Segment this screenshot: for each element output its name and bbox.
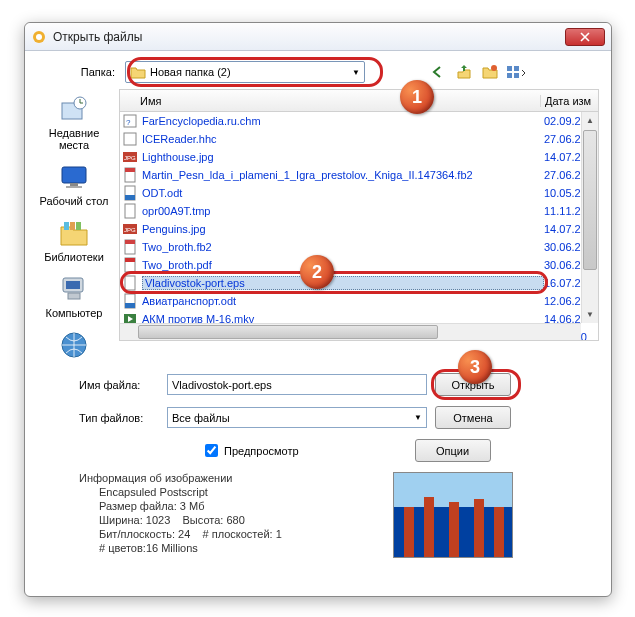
svg-rect-11 xyxy=(66,186,82,188)
file-name: Авиатранспорт.odt xyxy=(142,295,544,307)
file-list[interactable]: ?FarEncyclopedia.ru.chm02.09.20ICEReader… xyxy=(119,111,599,341)
svg-point-1 xyxy=(36,34,42,40)
filename-input[interactable] xyxy=(167,374,427,395)
computer-icon xyxy=(58,273,90,305)
info-format: Encapsuled Postscript xyxy=(79,486,379,498)
column-date[interactable]: Дата изм xyxy=(540,95,598,107)
svg-rect-13 xyxy=(70,222,75,230)
file-name: Penguins.jpg xyxy=(142,223,544,235)
table-row[interactable]: ?FarEncyclopedia.ru.chm02.09.20 xyxy=(120,112,598,130)
svg-rect-25 xyxy=(125,168,135,172)
sidebar-item-label: Недавние места xyxy=(37,127,111,151)
up-icon[interactable] xyxy=(453,61,475,83)
file-icon: ? xyxy=(122,113,138,129)
table-row[interactable]: JPGLighthouse.jpg14.07.20 xyxy=(120,148,598,166)
svg-rect-27 xyxy=(125,195,135,200)
filetype-dropdown[interactable]: Все файлы ▼ xyxy=(167,407,427,428)
sidebar-network[interactable] xyxy=(58,329,90,363)
desktop-icon xyxy=(58,161,90,193)
svg-text:JPG: JPG xyxy=(124,227,136,233)
folder-name: Новая папка (2) xyxy=(150,66,231,78)
file-icon xyxy=(122,239,138,255)
hscrollbar-thumb[interactable] xyxy=(138,325,438,339)
file-icon: JPG xyxy=(122,221,138,237)
sidebar-item-label: Компьютер xyxy=(46,307,103,319)
column-name[interactable]: Имя xyxy=(136,95,540,107)
table-row[interactable]: Авиатранспорт.odt12.06.20 xyxy=(120,292,598,310)
table-row[interactable]: Two_broth.fb230.06.20 xyxy=(120,238,598,256)
svg-rect-28 xyxy=(125,204,135,218)
file-icon xyxy=(122,257,138,273)
window-title: Открыть файлы xyxy=(53,30,565,44)
chevron-down-icon: ▼ xyxy=(352,68,360,77)
svg-rect-35 xyxy=(125,276,135,290)
titlebar: Открыть файлы xyxy=(25,23,611,51)
svg-rect-5 xyxy=(507,73,512,78)
libraries-icon xyxy=(58,217,90,249)
file-icon xyxy=(122,167,138,183)
file-icon xyxy=(122,293,138,309)
options-button[interactable]: Опции xyxy=(415,439,491,462)
svg-rect-6 xyxy=(514,73,519,78)
filetype-label: Тип файлов: xyxy=(37,412,167,424)
scroll-down-icon[interactable]: ▼ xyxy=(582,306,598,323)
scrollbar-thumb[interactable] xyxy=(583,130,597,270)
cancel-button[interactable]: Отмена xyxy=(435,406,511,429)
file-icon xyxy=(122,203,138,219)
sidebar-recent[interactable]: Недавние места xyxy=(37,93,111,151)
table-row[interactable]: Vladivostok-port.eps16.07.20 xyxy=(120,274,598,292)
new-folder-icon[interactable] xyxy=(479,61,501,83)
preview-label: Предпросмотр xyxy=(224,445,299,457)
chevron-down-icon: ▼ xyxy=(414,413,422,422)
svg-rect-17 xyxy=(68,293,80,299)
folder-dropdown[interactable]: Новая папка (2) ▼ xyxy=(125,61,365,83)
sidebar-desktop[interactable]: Рабочий стол xyxy=(39,161,108,207)
file-icon xyxy=(122,131,138,147)
svg-rect-4 xyxy=(514,66,519,71)
table-row[interactable]: Two_broth.pdf30.06.20 xyxy=(120,256,598,274)
folder-icon xyxy=(130,65,146,79)
app-icon xyxy=(31,29,47,45)
sidebar-libraries[interactable]: Библиотеки xyxy=(44,217,104,263)
table-row[interactable]: opr00A9T.tmp11.11.20 xyxy=(120,202,598,220)
network-icon xyxy=(58,329,90,361)
horizontal-scrollbar[interactable] xyxy=(120,323,581,340)
callout-badge-1: 1 xyxy=(400,80,434,114)
svg-rect-10 xyxy=(70,183,78,186)
close-button[interactable] xyxy=(565,28,605,46)
vertical-scrollbar[interactable]: ▲ ▼ xyxy=(581,112,598,323)
svg-rect-3 xyxy=(507,66,512,71)
file-name: ODT.odt xyxy=(142,187,544,199)
sidebar-item-label: Библиотеки xyxy=(44,251,104,263)
file-list-area: Имя Дата изм ?FarEncyclopedia.ru.chm02.0… xyxy=(119,89,599,363)
folder-label: Папка: xyxy=(37,66,119,78)
scroll-up-icon[interactable]: ▲ xyxy=(582,112,598,129)
file-icon xyxy=(122,275,138,291)
table-row[interactable]: ICEReader.hhc27.06.20 xyxy=(120,130,598,148)
sidebar-computer[interactable]: Компьютер xyxy=(46,273,103,319)
open-file-dialog: Открыть файлы Папка: Новая папка (2) ▼ xyxy=(24,22,612,597)
back-icon[interactable] xyxy=(427,61,449,83)
svg-rect-14 xyxy=(76,222,81,230)
file-name: Vladivostok-port.eps xyxy=(142,276,544,290)
preview-checkbox[interactable] xyxy=(205,444,218,457)
svg-rect-34 xyxy=(125,258,135,262)
info-title: Информация об изображении xyxy=(79,472,379,484)
file-name: opr00A9T.tmp xyxy=(142,205,544,217)
view-icon[interactable] xyxy=(505,61,527,83)
toolbar-icons xyxy=(427,61,527,83)
list-header: Имя Дата изм xyxy=(119,89,599,111)
callout-badge-2: 2 xyxy=(300,255,334,289)
svg-point-2 xyxy=(491,65,497,71)
callout-badge-3: 3 xyxy=(458,350,492,384)
table-row[interactable]: JPGPenguins.jpg14.07.20 xyxy=(120,220,598,238)
file-name: Martin_Pesn_lda_i_plameni_1_Igra_prestol… xyxy=(142,169,544,181)
svg-rect-32 xyxy=(125,240,135,244)
sidebar-item-label: Рабочий стол xyxy=(39,195,108,207)
table-row[interactable]: ODT.odt10.05.20 xyxy=(120,184,598,202)
svg-rect-16 xyxy=(66,281,80,289)
table-row[interactable]: Martin_Pesn_lda_i_plameni_1_Igra_prestol… xyxy=(120,166,598,184)
svg-rect-21 xyxy=(124,133,136,145)
file-icon: JPG xyxy=(122,149,138,165)
svg-rect-37 xyxy=(125,303,135,308)
